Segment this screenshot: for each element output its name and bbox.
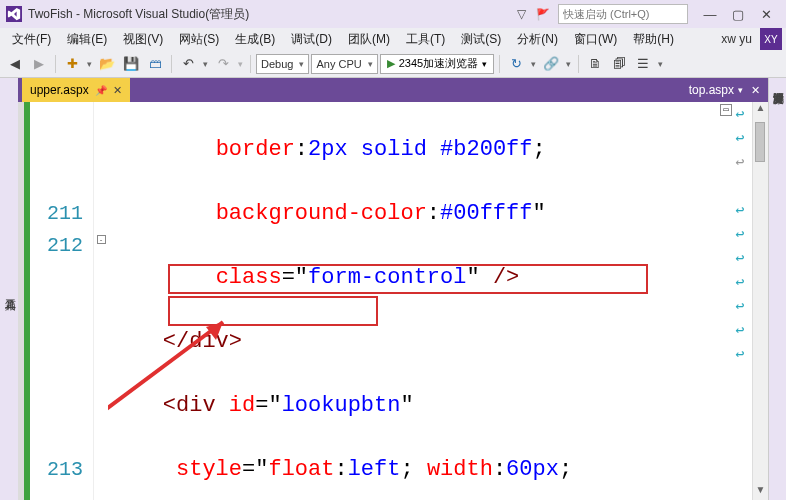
find-in-files-button[interactable]: 🗎 — [584, 53, 606, 75]
wrap-glyph-icon: ↩ — [732, 300, 748, 316]
outline-collapse-toggle[interactable]: - — [97, 235, 106, 244]
save-button[interactable]: 💾 — [120, 53, 142, 75]
line-number: 211 — [30, 198, 83, 230]
user-avatar[interactable]: XY — [760, 28, 782, 50]
scroll-down-button[interactable]: ▼ — [753, 484, 768, 500]
close-tab-icon[interactable]: ✕ — [751, 84, 760, 97]
browser-refresh-dropdown[interactable]: ▾ — [529, 59, 538, 69]
open-file-button[interactable]: 📂 — [96, 53, 118, 75]
css-prop: background-color — [216, 201, 427, 226]
scrollbar-thumb[interactable] — [755, 122, 765, 162]
menu-view[interactable]: 视图(V) — [115, 29, 171, 50]
maximize-button[interactable]: ▢ — [724, 4, 752, 24]
quick-launch-input[interactable] — [558, 4, 688, 24]
menu-bar: 文件(F) 编辑(E) 视图(V) 网站(S) 生成(B) 调试(D) 团队(M… — [0, 28, 786, 50]
css-prop: border — [216, 137, 295, 162]
menu-analyze[interactable]: 分析(N) — [509, 29, 566, 50]
solution-platform-value: Any CPU — [316, 58, 361, 70]
menu-edit[interactable]: 编辑(E) — [59, 29, 115, 50]
line-number-gutter: 211 212 213 — [30, 102, 94, 500]
html-open-tag: <div — [163, 393, 229, 418]
browser-refresh-button[interactable]: ↻ — [505, 53, 527, 75]
browser-link-dropdown[interactable]: ▾ — [564, 59, 573, 69]
html-attr: style — [176, 457, 242, 482]
code-area[interactable]: border:2px solid #b200ff; background-col… — [108, 102, 752, 500]
minimize-button[interactable]: — — [696, 4, 724, 24]
redo-button[interactable]: ↷ — [212, 53, 234, 75]
new-project-button[interactable]: ✚ — [61, 53, 83, 75]
vertical-scrollbar[interactable]: ▲ ▼ — [752, 102, 768, 500]
code-editor[interactable]: 211 212 213 - border:2px solid #b200ff; … — [18, 102, 768, 500]
save-all-button[interactable]: 🗃 — [144, 53, 166, 75]
more-toolbar-dropdown[interactable]: ▾ — [656, 59, 665, 69]
solution-config-combo[interactable]: Debug▾ — [256, 54, 309, 74]
line-number: 212 — [30, 230, 83, 262]
scroll-up-button[interactable]: ▲ — [753, 102, 768, 118]
tab-filename: upper.aspx — [30, 83, 89, 97]
wrap-glyph-icon: ↩ — [732, 204, 748, 220]
menu-debug[interactable]: 调试(D) — [283, 29, 340, 50]
chevron-down-icon: ▾ — [482, 59, 487, 69]
solution-config-value: Debug — [261, 58, 293, 70]
menu-build[interactable]: 生成(B) — [227, 29, 283, 50]
wrap-glyph-icon: ↩ — [732, 276, 748, 292]
chevron-down-icon: ▾ — [299, 59, 304, 69]
chevron-down-icon: ▾ — [738, 85, 743, 95]
split-window-toggle[interactable]: ▭ — [720, 104, 732, 116]
document-tab-well: upper.aspx 📌 ✕ top.aspx▾✕ — [18, 78, 768, 102]
menu-help[interactable]: 帮助(H) — [625, 29, 682, 50]
undo-dropdown[interactable]: ▾ — [201, 59, 210, 69]
menu-team[interactable]: 团队(M) — [340, 29, 398, 50]
html-close-tag: </div> — [163, 329, 242, 354]
close-tab-icon[interactable]: ✕ — [113, 84, 122, 97]
wrap-glyph-icon: ↩ — [732, 132, 748, 148]
menu-website[interactable]: 网站(S) — [171, 29, 227, 50]
solution-explorer-tab[interactable]: 解决方案资源管理器 — [771, 82, 786, 500]
new-project-dropdown[interactable]: ▾ — [85, 59, 94, 69]
menu-file[interactable]: 文件(F) — [4, 29, 59, 50]
nav-forward-button[interactable]: ▶ — [28, 53, 50, 75]
attr-value: form-control — [308, 265, 466, 290]
css-val: 2px solid #b200ff — [308, 137, 532, 162]
html-attr: class — [216, 265, 282, 290]
menu-test[interactable]: 测试(S) — [453, 29, 509, 50]
css-val: #00ffff — [440, 201, 532, 226]
preview-tab-filename: top.aspx — [689, 83, 734, 97]
wrap-glyph-icon: ↩ — [732, 348, 748, 364]
chevron-down-icon: ▾ — [368, 59, 373, 69]
right-panel-tabs: 解决方案资源管理器 团队资源管理器 属性 — [768, 78, 786, 500]
undo-button[interactable]: ↶ — [177, 53, 199, 75]
wrap-glyph-icon: ↩ — [732, 228, 748, 244]
word-wrap-glyph-column: ↩ ↩ ↩ ↩ ↩ ↩ ↩ ↩ ↩ ↩ ↩ — [732, 108, 748, 364]
solution-platform-combo[interactable]: Any CPU▾ — [311, 54, 377, 74]
nav-back-button[interactable]: ◀ — [4, 53, 26, 75]
menu-window[interactable]: 窗口(W) — [566, 29, 625, 50]
pin-icon[interactable]: 📌 — [95, 85, 107, 96]
close-button[interactable]: ✕ — [752, 4, 780, 24]
wrap-glyph-icon: ↩ — [732, 324, 748, 340]
comment-button[interactable]: 🗐 — [608, 53, 630, 75]
wrap-glyph-icon: ↩ — [732, 156, 748, 172]
uncomment-button[interactable]: ☰ — [632, 53, 654, 75]
preview-tab[interactable]: top.aspx▾✕ — [681, 83, 768, 97]
browser-link-button[interactable]: 🔗 — [540, 53, 562, 75]
outlining-margin[interactable]: - — [94, 102, 108, 500]
standard-toolbar: ◀ ▶ ✚ ▾ 📂 💾 🗃 ↶ ▾ ↷ ▾ Debug▾ Any CPU▾ ▶2… — [0, 50, 786, 78]
feedback-icon[interactable]: 🚩 — [536, 8, 550, 21]
attr-value: lookupbtn — [282, 393, 401, 418]
signed-in-user[interactable]: xw yu — [717, 32, 756, 46]
wrap-glyph-icon: ↩ — [732, 108, 748, 124]
redo-dropdown[interactable]: ▾ — [236, 59, 245, 69]
wrap-glyph-icon: ↩ — [732, 252, 748, 268]
html-attr: id — [229, 393, 255, 418]
document-tab-active[interactable]: upper.aspx 📌 ✕ — [22, 78, 130, 102]
start-debug-label: 2345加速浏览器 — [399, 56, 478, 71]
menu-tools[interactable]: 工具(T) — [398, 29, 453, 50]
start-debug-button[interactable]: ▶2345加速浏览器▾ — [380, 54, 494, 74]
toolbox-panel-tab[interactable]: 工具箱 — [0, 78, 18, 500]
line-number: 213 — [30, 454, 83, 486]
window-title: TwoFish - Microsoft Visual Studio(管理员) — [28, 6, 249, 23]
notification-down-icon[interactable]: ▽ — [517, 7, 526, 21]
play-icon: ▶ — [387, 57, 395, 70]
window-titlebar: TwoFish - Microsoft Visual Studio(管理员) ▽… — [0, 0, 786, 28]
